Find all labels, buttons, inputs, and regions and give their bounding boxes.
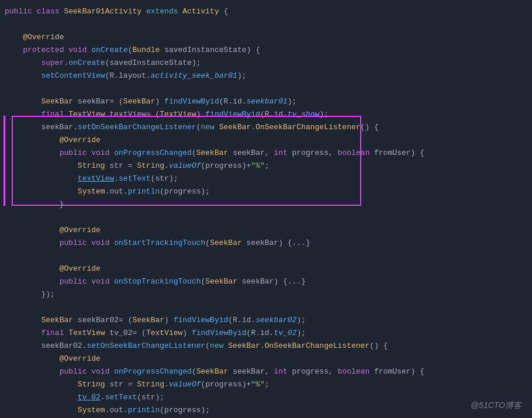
code-line-14: textView.setText(str); — [0, 172, 532, 185]
code-line-32: System.out.println(progress); — [0, 403, 532, 416]
code-text-12: public void onProgressChanged(SeekBar se… — [5, 148, 525, 157]
code-text-19: public void onStartTrackingTouch(SeekBar… — [5, 239, 525, 247]
code-line-20 — [0, 249, 532, 262]
code-text-23: }); — [5, 290, 525, 299]
code-line-29: public void onProgressChanged(SeekBar se… — [0, 365, 532, 378]
code-text-22: public void onStopTrackingTouch(SeekBar … — [5, 277, 525, 286]
code-text-10: seekBar.setOnSeekBarChangeListener(new S… — [5, 123, 525, 132]
code-line-26: final TextView tv_02= (TextView) findVie… — [0, 326, 532, 339]
code-text-14: textView.setText(str); — [5, 174, 525, 183]
code-line-16: } — [0, 198, 532, 210]
code-line-4: protected void onCreate(Bundle savedInst… — [0, 43, 532, 56]
code-line-2 — [0, 18, 532, 30]
code-text-8: SeekBar seekBar= (SeekBar) findViewByid(… — [5, 97, 525, 106]
code-line-11: @Override — [0, 133, 532, 146]
code-line-21: @Override — [0, 262, 532, 275]
code-line-17 — [0, 210, 532, 223]
code-line-23: }); — [0, 288, 532, 300]
code-text-1: public class SeekBar01Activity extends A… — [5, 7, 525, 16]
code-line-27: seekBar02.setOnSeekBarChangeListener(new… — [0, 339, 532, 352]
code-text-11: @Override — [5, 136, 525, 144]
code-text-16: } — [5, 200, 525, 209]
code-line-18: @Override — [0, 223, 532, 236]
code-line-3: @Override — [0, 30, 532, 43]
code-text-25: SeekBar seekBar02= (SeekBar) findViewByi… — [5, 316, 525, 324]
code-text-6: setContentView(R.layout.activity_seek_ba… — [5, 71, 525, 80]
code-line-7 — [0, 82, 532, 95]
code-line-8: SeekBar seekBar= (SeekBar) findViewByid(… — [0, 95, 532, 108]
code-text-9: final TextView textView= (TextView) find… — [5, 110, 525, 119]
code-text-5: super.onCreate(savedInstanceState); — [5, 58, 525, 67]
code-line-31: tv_02.setText(str); — [0, 391, 532, 403]
code-line-13: String str = String.valueOf(progress)+"%… — [0, 159, 532, 172]
code-text-27: seekBar02.setOnSeekBarChangeListener(new… — [5, 341, 525, 350]
code-text-13: String str = String.valueOf(progress)+"%… — [5, 161, 525, 170]
code-container: public class SeekBar01Activity extends A… — [0, 0, 532, 418]
code-line-10: seekBar.setOnSeekBarChangeListener(new S… — [0, 120, 532, 133]
code-text-28: @Override — [5, 354, 525, 363]
watermark: @51CTO博客 — [471, 400, 521, 411]
code-line-6: setContentView(R.layout.activity_seek_ba… — [0, 69, 532, 82]
code-line-30: String str = String.valueOf(progress)+"%… — [0, 378, 532, 391]
code-line-22: public void onStopTrackingTouch(SeekBar … — [0, 275, 532, 288]
code-line-1: public class SeekBar01Activity extends A… — [0, 5, 532, 18]
code-text-3: @Override — [5, 33, 525, 42]
left-accent-bar — [4, 116, 5, 206]
code-text-15: System.out.println(progress); — [5, 187, 525, 196]
code-text-26: final TextView tv_02= (TextView) findVie… — [5, 329, 525, 337]
code-text-29: public void onProgressChanged(SeekBar se… — [5, 367, 525, 376]
code-line-9: final TextView textView= (TextView) find… — [0, 108, 532, 120]
code-text-30: String str = String.valueOf(progress)+"%… — [5, 380, 525, 389]
code-line-19: public void onStartTrackingTouch(SeekBar… — [0, 236, 532, 249]
code-line-24 — [0, 300, 532, 313]
code-text-21: @Override — [5, 264, 525, 273]
code-text-18: @Override — [5, 226, 525, 234]
code-line-12: public void onProgressChanged(SeekBar se… — [0, 146, 532, 159]
code-text-32: System.out.println(progress); — [5, 406, 525, 414]
code-line-5: super.onCreate(savedInstanceState); — [0, 56, 532, 69]
code-text-31: tv_02.setText(str); — [5, 393, 525, 402]
code-line-28: @Override — [0, 352, 532, 365]
code-line-25: SeekBar seekBar02= (SeekBar) findViewByi… — [0, 313, 532, 326]
code-line-15: System.out.println(progress); — [0, 185, 532, 198]
code-text-4: protected void onCreate(Bundle savedInst… — [5, 46, 525, 54]
